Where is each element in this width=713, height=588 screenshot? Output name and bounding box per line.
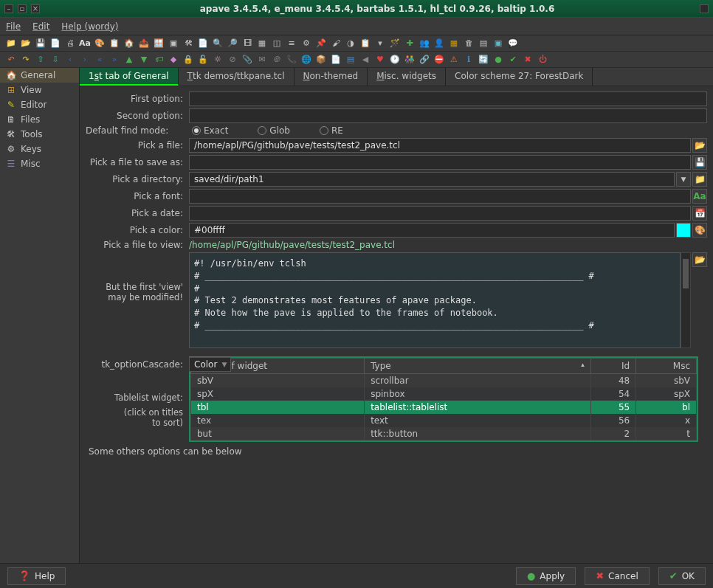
up-arrow-icon[interactable]: ▲: [123, 54, 136, 66]
save-as-button[interactable]: 💾: [692, 155, 707, 170]
radio-exact[interactable]: Exact: [192, 125, 228, 136]
first-icon[interactable]: «: [93, 54, 106, 66]
pin-icon[interactable]: 📌: [314, 38, 328, 49]
folder-icon[interactable]: 📁: [4, 38, 18, 49]
sidebar-item-keys[interactable]: ⚙ Keys: [0, 142, 79, 156]
search-icon[interactable]: 🔍: [211, 38, 224, 49]
redo-icon[interactable]: ↷: [19, 54, 32, 66]
table-row[interactable]: butttk::button2t: [191, 427, 697, 440]
font-input[interactable]: [189, 189, 691, 204]
page-icon[interactable]: 📄: [196, 38, 210, 49]
radio-glob[interactable]: Glob: [258, 125, 290, 136]
menu-help[interactable]: Help (wordy): [61, 21, 118, 32]
brush-icon[interactable]: 🖌: [329, 38, 342, 49]
font-browse-button[interactable]: Aa: [692, 189, 707, 204]
layers-icon[interactable]: ▤: [477, 38, 490, 49]
dropdown-icon[interactable]: ▾: [373, 38, 387, 49]
block-icon[interactable]: ⊘: [226, 54, 239, 66]
view-browse-button[interactable]: 📂: [692, 252, 707, 267]
user-icon[interactable]: 👤: [433, 38, 446, 49]
film-icon[interactable]: 🎞: [241, 38, 254, 49]
prev-icon[interactable]: ‹: [63, 54, 77, 66]
trash-icon[interactable]: 🗑: [462, 38, 475, 49]
tools-icon[interactable]: 🛠: [182, 38, 195, 49]
users-icon[interactable]: 👥: [418, 38, 431, 49]
wizard-icon[interactable]: 🪄: [388, 38, 402, 49]
date-input[interactable]: [189, 206, 691, 221]
mail-icon[interactable]: ✉: [255, 54, 269, 66]
sidebar-item-view[interactable]: ⊞ View: [0, 83, 79, 97]
cube-icon[interactable]: 📦: [314, 54, 328, 66]
view-path-link[interactable]: /home/apl/PG/github/pave/tests/test2_pav…: [189, 240, 395, 250]
check-green-icon[interactable]: ●: [492, 54, 505, 66]
tab-general-1st[interactable]: 1st tab of General: [80, 68, 179, 86]
tag-icon[interactable]: 🏷: [152, 54, 165, 66]
sidebar-item-tools[interactable]: 🛠 Tools: [0, 127, 79, 142]
file-view-textarea[interactable]: [189, 252, 681, 348]
win-close-icon[interactable]: ×: [31, 4, 40, 13]
last-icon[interactable]: »: [108, 54, 121, 66]
copy-file-icon[interactable]: 📄: [49, 38, 62, 49]
columns-icon[interactable]: ◫: [270, 38, 283, 49]
tab-misc-widgets[interactable]: Misc. widgets: [368, 68, 446, 86]
menu-file[interactable]: File: [6, 21, 21, 32]
close-red-icon[interactable]: ✖: [521, 54, 534, 66]
exit-icon[interactable]: ◀: [359, 54, 372, 66]
radio-re[interactable]: RE: [320, 125, 343, 136]
attach-icon[interactable]: 📎: [241, 54, 254, 66]
pick-file-browse-button[interactable]: 📂: [692, 138, 707, 153]
table-row[interactable]: spXspinbox54spX: [191, 387, 697, 401]
second-option-input[interactable]: [189, 108, 707, 123]
next-icon[interactable]: ›: [78, 54, 92, 66]
win-minimize-icon[interactable]: –: [4, 4, 13, 13]
palette-icon[interactable]: 🎨: [93, 38, 106, 49]
win-shade-icon[interactable]: [700, 4, 709, 13]
dir-dropdown-button[interactable]: ▼: [676, 172, 691, 187]
layers2-icon[interactable]: ◆: [167, 54, 180, 66]
open-folder-icon[interactable]: 📂: [19, 38, 32, 49]
save-as-input[interactable]: [189, 155, 691, 170]
tab-color-scheme[interactable]: Color scheme 27: ForestDark: [446, 68, 593, 86]
up-nav-icon[interactable]: ⇧: [34, 54, 47, 66]
doc-icon[interactable]: 📄: [329, 54, 342, 66]
down-nav-icon[interactable]: ⇩: [49, 54, 62, 66]
print-icon[interactable]: 🖨: [63, 38, 77, 49]
export-icon[interactable]: 📤: [137, 38, 151, 49]
plus-icon[interactable]: ✚: [403, 38, 416, 49]
chat-icon[interactable]: 💬: [506, 38, 520, 49]
grid-icon[interactable]: ▦: [447, 38, 461, 49]
win-maximize-icon[interactable]: ▫: [18, 4, 27, 13]
table-icon[interactable]: ▦: [255, 38, 269, 49]
save-icon[interactable]: 💾: [34, 38, 47, 49]
dir-input[interactable]: [189, 172, 675, 187]
color-input[interactable]: [189, 223, 675, 238]
color-picker-button[interactable]: 🎨: [692, 223, 707, 238]
list-icon[interactable]: ≡: [285, 38, 298, 49]
font-icon[interactable]: Aa: [78, 38, 92, 49]
cancel-button[interactable]: ✖ Cancel: [585, 567, 650, 585]
clipboard-icon[interactable]: 📋: [359, 38, 372, 49]
first-option-input[interactable]: [189, 91, 707, 106]
globe-icon[interactable]: 🌐: [300, 54, 313, 66]
help-button[interactable]: ❓ Help: [7, 567, 66, 585]
lock-icon[interactable]: 🔒: [182, 54, 195, 66]
warn-icon[interactable]: ⚠: [447, 54, 461, 66]
sidebar-item-general[interactable]: 🏠 General: [0, 68, 79, 83]
sidebar-item-misc[interactable]: ☰ Misc: [0, 156, 79, 171]
menu-edit[interactable]: Edit: [32, 21, 49, 32]
paste-icon[interactable]: 📋: [108, 38, 121, 49]
color-icon[interactable]: ◑: [344, 38, 357, 49]
window-icon[interactable]: 🪟: [152, 38, 165, 49]
pick-file-input[interactable]: [189, 138, 691, 153]
sun-icon[interactable]: ☼: [211, 54, 224, 66]
zoom-icon[interactable]: 🔎: [226, 38, 239, 49]
tab-non-themed[interactable]: Non-themed: [294, 68, 368, 86]
link-icon[interactable]: 🔗: [418, 54, 431, 66]
gear-icon[interactable]: ⚙: [300, 38, 313, 49]
dir-browse-button[interactable]: 📁: [692, 172, 707, 187]
people-icon[interactable]: 👫: [403, 54, 416, 66]
down-arrow-icon[interactable]: ▼: [137, 54, 151, 66]
power-icon[interactable]: ⏻: [536, 54, 549, 66]
cascade-dropdown[interactable]: Color: [189, 357, 231, 372]
tab-ttk-demos[interactable]: Ttk demos/ttkpane.tcl: [179, 68, 294, 86]
